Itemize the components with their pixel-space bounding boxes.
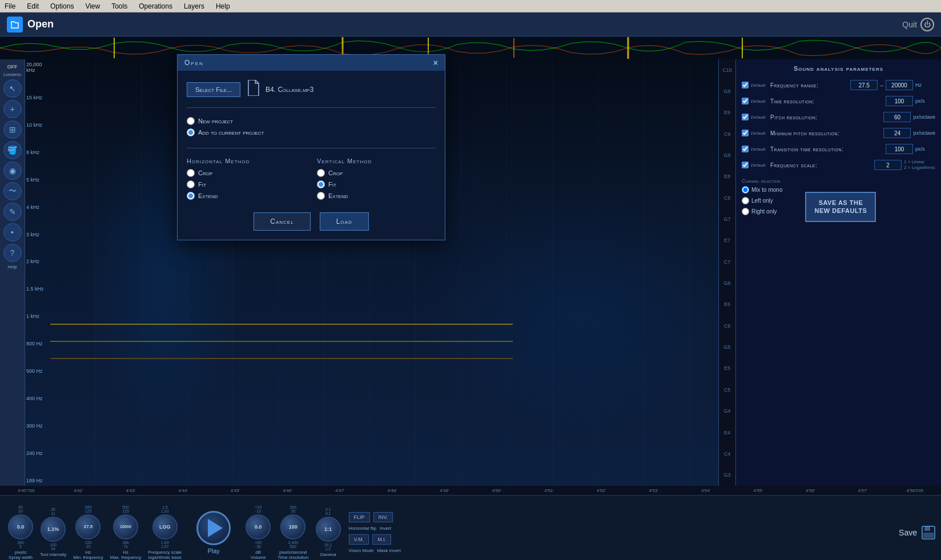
tool-intensity-scale-bottom: 10044 <box>50 543 57 551</box>
load-button[interactable]: Load <box>320 212 369 231</box>
eraser-tool-button[interactable]: ◉ <box>3 162 22 180</box>
transition-input[interactable] <box>886 144 913 154</box>
note-g6: G6 <box>719 280 735 286</box>
open-dialog: Open × Select File... B4. Collage.mp3 Ne… <box>177 54 445 240</box>
channel-right-radio[interactable] <box>742 208 749 215</box>
menu-help[interactable]: Help <box>214 2 232 10</box>
volume-knob[interactable]: 0.0 <box>246 514 271 539</box>
pitch-res-checkbox[interactable] <box>742 114 749 120</box>
open-button[interactable]: Open <box>7 17 54 33</box>
channel-mono-radio[interactable] <box>742 186 749 194</box>
min-freq-group: 500125 27.5 10025 HzMin. frequency <box>70 505 106 560</box>
wave-tool-button[interactable]: 〜 <box>3 182 22 200</box>
spray-width-knob[interactable]: 0.0 <box>8 514 33 539</box>
cursor-tool-button[interactable]: ↖ <box>3 79 22 98</box>
save-button-bottom[interactable]: Save <box>899 525 936 541</box>
v-extend-radio[interactable] <box>317 192 325 200</box>
menu-file[interactable]: File <box>2 2 18 10</box>
menu-tools[interactable]: Tools <box>109 2 130 10</box>
freq-range-min-input[interactable] <box>850 80 878 90</box>
v-extend-option: Extend <box>317 192 436 200</box>
freq-range-checkbox[interactable] <box>742 82 749 88</box>
min-pitch-label: Minimum pitch resolution: <box>770 130 881 136</box>
dialog-close-button[interactable]: × <box>433 58 438 67</box>
v-crop-radio[interactable] <box>317 169 325 177</box>
menu-view[interactable]: View <box>83 2 102 10</box>
time-res-checkbox[interactable] <box>742 98 749 104</box>
max-freq-knob[interactable]: 20000 <box>113 514 138 539</box>
h-extend-radio[interactable] <box>187 192 195 200</box>
channel-right-option: Right only <box>742 208 782 215</box>
mi-button[interactable]: M.I. <box>372 534 391 545</box>
menu-options[interactable]: Options <box>48 2 76 10</box>
vm-button[interactable]: V.M. <box>349 534 369 545</box>
time-res-input[interactable] <box>886 96 913 106</box>
add-project-option: Add to current project <box>187 128 436 136</box>
menu-edit[interactable]: Edit <box>25 2 41 10</box>
time-marker-16: 4'57' <box>837 488 889 493</box>
dot-tool-button[interactable]: • <box>3 223 22 241</box>
add-tool-button[interactable]: + <box>3 100 22 118</box>
freq-scale-checkbox[interactable] <box>742 162 749 168</box>
pitch-res-unit: px/octave <box>913 114 935 120</box>
max-freq-label: HzMax. frequency <box>110 550 142 560</box>
note-labels: C10 G9 E9 C9 G8 E8 C8 G7 E7 C7 G6 E6 C6 … <box>718 59 735 486</box>
save-defaults-button[interactable]: Save as thenew defaults <box>805 192 876 222</box>
freq-label-4k: 4 kHz <box>26 204 49 210</box>
freq-range-max-input[interactable] <box>886 80 913 90</box>
inv-button[interactable]: INV. <box>373 512 393 522</box>
file-name: B4. Collage.mp3 <box>266 86 313 94</box>
freq-scale-log-knob[interactable]: LOG <box>152 514 178 539</box>
freq-scale-log-scale-top: 1.51.33 <box>161 505 169 513</box>
freq-scale-log-value: LOG <box>159 524 171 530</box>
min-pitch-input[interactable] <box>883 128 911 138</box>
dialog-actions: Cancel Load <box>187 212 436 231</box>
menu-operations[interactable]: Operations <box>136 2 175 10</box>
new-project-radio[interactable] <box>187 117 195 125</box>
min-freq-knob[interactable]: 27.5 <box>75 514 100 539</box>
volume-scale-top: +10-10 <box>255 505 262 513</box>
grid-tool-button[interactable]: ⊞ <box>3 120 22 139</box>
channel-left-radio[interactable] <box>742 197 749 204</box>
freq-scale-input[interactable] <box>874 160 902 170</box>
tool-intensity-group: 2511 1.1% 10044 Tool intensity <box>37 507 70 557</box>
min-pitch-checkbox[interactable] <box>742 130 749 136</box>
help-button[interactable]: ? <box>3 244 22 262</box>
lossless-label: Lossless <box>3 72 21 77</box>
methods-row: Horizontal Method Crop Fit Extend Vertic… <box>187 158 436 203</box>
h-crop-radio[interactable] <box>187 169 195 177</box>
tool-intensity-knob[interactable]: 1.1% <box>41 517 66 542</box>
freq-label-10k: 10 kHz <box>26 122 49 128</box>
quit-button[interactable]: Quit ⏻ <box>902 18 934 31</box>
main-content: OFF Lossless ↖ + ⊞ 🪣 ◉ 〜 ✎ • ? Help 20,0… <box>0 59 941 486</box>
brush-tool-button[interactable]: ✎ <box>3 203 22 221</box>
bucket-tool-button[interactable]: 🪣 <box>3 141 22 159</box>
time-res-knob-label: pixels/secondTime resolution <box>278 550 308 560</box>
transition-checkbox[interactable] <box>742 146 749 152</box>
menu-layers[interactable]: Layers <box>182 2 207 10</box>
time-res-knob[interactable]: 100 <box>280 514 305 539</box>
play-button[interactable] <box>196 511 231 545</box>
volume-group: +10-10 0.0 +20-30 dBVolume <box>242 505 274 560</box>
cancel-button[interactable]: Cancel <box>254 212 310 231</box>
v-fit-radio[interactable] <box>317 180 325 188</box>
gamma-knob[interactable]: 1:1 <box>316 517 341 542</box>
svg-rect-9 <box>923 533 934 538</box>
tool-intensity-label: Tool intensity <box>40 552 66 557</box>
v-extend-label: Extend <box>328 192 348 199</box>
save-icon <box>920 525 936 541</box>
pitch-res-input[interactable] <box>883 112 911 122</box>
note-g4: G4 <box>719 408 735 414</box>
svg-rect-8 <box>924 526 930 531</box>
h-extend-label: Extend <box>198 192 218 199</box>
freq-range-label: Frequency range: <box>770 82 848 88</box>
time-marker-17: 4'58'035 <box>889 488 941 493</box>
channel-mono-option: Mix to mono <box>742 186 782 194</box>
select-file-button[interactable]: Select File... <box>187 82 240 97</box>
save-label: Save <box>899 528 917 537</box>
spray-width-value: 0.0 <box>17 524 25 530</box>
time-marker-7: 4'48' <box>366 488 419 493</box>
add-project-radio[interactable] <box>187 128 195 136</box>
flip-button[interactable]: FLIP <box>349 512 370 522</box>
h-fit-radio[interactable] <box>187 180 195 188</box>
